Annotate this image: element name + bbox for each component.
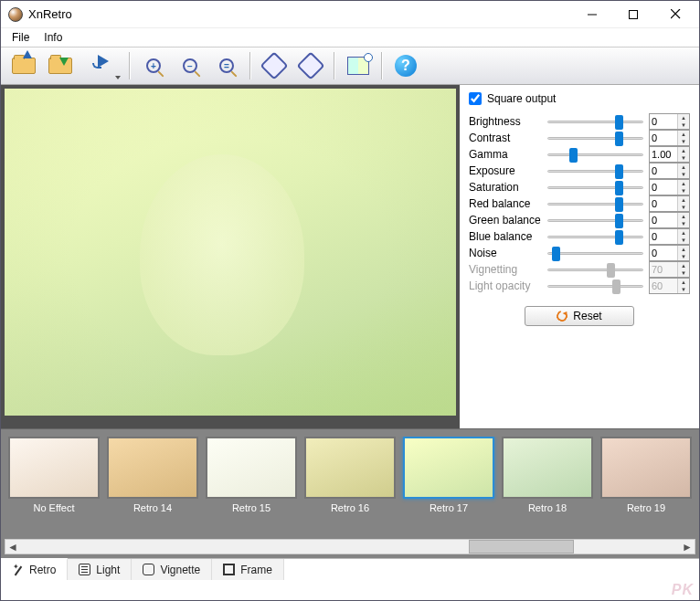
rotate-right-button[interactable]: [293, 49, 328, 82]
tab-label: Frame: [240, 564, 272, 576]
slider-blue_balance[interactable]: [547, 230, 643, 243]
spin-green_balance: ▲▼: [649, 212, 690, 228]
square-output-checkbox[interactable]: [469, 92, 482, 105]
spin-input-noise[interactable]: [650, 246, 677, 260]
slider-label-red_balance: Red balance: [469, 197, 542, 210]
effect-thumb-retro-15[interactable]: Retro 15: [206, 437, 297, 533]
thumb-label: No Effect: [8, 502, 100, 513]
spin-contrast: ▲▼: [649, 130, 690, 146]
tab-vignette[interactable]: Vignette: [132, 559, 212, 580]
tab-label: Light: [96, 564, 120, 576]
spin-gamma: ▲▼: [649, 146, 690, 163]
spin-down-red_balance[interactable]: ▼: [678, 204, 689, 211]
spin-up-contrast[interactable]: ▲: [678, 131, 689, 138]
effect-thumb-retro-17[interactable]: Retro 17: [403, 437, 494, 533]
spin-vignetting: ▲▼: [649, 261, 690, 278]
slider-label-vignetting: Vignetting: [469, 263, 542, 276]
effect-thumb-no-effect[interactable]: No Effect: [8, 437, 100, 533]
effect-thumb-retro-14[interactable]: Retro 14: [107, 437, 198, 533]
slider-exposure[interactable]: [547, 164, 643, 177]
preview-image[interactable]: [5, 89, 456, 416]
thumb-image: [502, 437, 593, 499]
effect-thumb-retro-19[interactable]: Retro 19: [600, 437, 692, 533]
scroll-thumb[interactable]: [469, 540, 575, 554]
spin-down-saturation[interactable]: ▼: [678, 187, 689, 195]
spin-up-vignetting: ▲: [678, 262, 689, 269]
spin-input-contrast[interactable]: [650, 131, 677, 145]
spin-up-blue_balance[interactable]: ▲: [678, 229, 689, 237]
spin-down-vignetting: ▼: [678, 269, 689, 277]
spin-up-noise[interactable]: ▲: [678, 246, 689, 253]
scroll-left-button[interactable]: ◄: [5, 540, 20, 554]
spin-down-contrast[interactable]: ▼: [678, 138, 689, 145]
zoom-in-button[interactable]: +: [136, 49, 171, 82]
tab-frame[interactable]: Frame: [212, 559, 284, 580]
slider-contrast[interactable]: [547, 132, 643, 144]
spin-down-green_balance[interactable]: ▼: [678, 220, 689, 227]
slider-row-contrast: Contrast▲▼: [469, 130, 690, 146]
filmstrip-scrollbar[interactable]: ◄ ►: [5, 539, 695, 554]
menu-info[interactable]: Info: [37, 29, 69, 46]
minimize-button[interactable]: [571, 2, 612, 27]
menu-file[interactable]: File: [5, 29, 37, 46]
thumb-label: Retro 17: [403, 502, 494, 513]
spin-up-saturation[interactable]: ▲: [678, 180, 689, 187]
slider-brightness[interactable]: [547, 115, 643, 128]
spin-input-green_balance[interactable]: [650, 213, 677, 227]
slider-saturation[interactable]: [547, 181, 643, 194]
spin-up-green_balance[interactable]: ▲: [678, 213, 689, 220]
share-button[interactable]: [80, 49, 123, 82]
spin-up-red_balance[interactable]: ▲: [678, 196, 689, 204]
slider-label-gamma: Gamma: [469, 148, 542, 161]
save-button[interactable]: [43, 49, 78, 82]
scroll-right-button[interactable]: ►: [680, 540, 695, 554]
help-button[interactable]: ?: [388, 49, 423, 82]
spin-up-exposure[interactable]: ▲: [678, 163, 689, 171]
slider-row-brightness: Brightness▲▼: [469, 113, 690, 130]
zoom-fit-button[interactable]: =: [209, 49, 244, 82]
slider-noise[interactable]: [547, 247, 643, 259]
tab-light[interactable]: Light: [68, 559, 132, 580]
scroll-track[interactable]: [20, 540, 680, 554]
spin-input-exposure[interactable]: [650, 163, 677, 178]
spin-down-exposure[interactable]: ▼: [678, 171, 689, 178]
spin-input-red_balance[interactable]: [650, 196, 677, 211]
spin-input-brightness[interactable]: [650, 114, 677, 129]
slider-row-noise: Noise▲▼: [469, 245, 690, 261]
spin-down-blue_balance[interactable]: ▼: [678, 237, 689, 244]
effect-thumb-retro-18[interactable]: Retro 18: [502, 437, 593, 533]
effect-thumb-retro-16[interactable]: Retro 16: [304, 437, 396, 533]
open-button[interactable]: [6, 49, 41, 82]
thumb-image: [304, 437, 396, 499]
spin-input-gamma[interactable]: [650, 147, 677, 162]
reset-button[interactable]: Reset: [525, 306, 634, 326]
slider-green_balance[interactable]: [547, 214, 643, 227]
app-icon: [8, 7, 23, 22]
spin-up-gamma[interactable]: ▲: [678, 147, 689, 154]
slider-gamma[interactable]: [547, 148, 643, 161]
thumb-label: Retro 16: [304, 502, 396, 513]
slider-red_balance[interactable]: [547, 197, 643, 210]
spin-input-blue_balance[interactable]: [650, 229, 677, 244]
slider-row-green_balance: Green balance▲▼: [469, 212, 690, 228]
spin-down-noise[interactable]: ▼: [678, 253, 689, 260]
spin-down-brightness[interactable]: ▼: [678, 121, 689, 129]
slider-row-vignetting: Vignetting▲▼: [469, 261, 690, 278]
spin-down-gamma[interactable]: ▼: [678, 154, 689, 162]
tab-label: Retro: [29, 564, 56, 576]
tab-label: Vignette: [160, 564, 200, 576]
controls-panel: Square output Brightness▲▼Contrast▲▼Gamm…: [460, 85, 699, 428]
compare-button[interactable]: [341, 49, 376, 82]
slider-row-gamma: Gamma▲▼: [469, 146, 690, 163]
zoom-out-button[interactable]: −: [173, 49, 207, 82]
slider-light_opacity: [547, 279, 643, 292]
frame-icon: [223, 564, 235, 575]
spin-blue_balance: ▲▼: [649, 228, 690, 245]
spin-input-saturation[interactable]: [650, 180, 677, 195]
rotate-left-button[interactable]: [257, 49, 292, 82]
maximize-button[interactable]: [612, 2, 653, 27]
spin-up-brightness[interactable]: ▲: [678, 114, 689, 121]
tab-retro[interactable]: Retro: [1, 558, 68, 580]
toolbar-separator: [249, 52, 251, 79]
close-button[interactable]: [653, 2, 697, 27]
